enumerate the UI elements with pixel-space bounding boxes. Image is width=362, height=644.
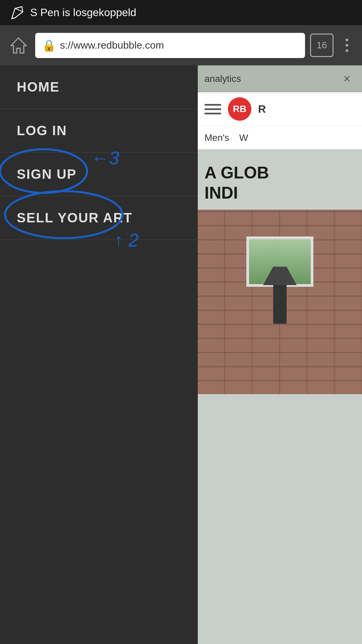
wall-lamp	[273, 283, 287, 324]
sidebar-home-label: HOME	[17, 79, 60, 95]
sidebar-item-signup[interactable]: SIGN UP	[0, 153, 198, 196]
sidebar-drawer: HOME LOG IN SIGN UP SELL YOUR ART ←3 ↑ 2	[0, 65, 198, 644]
rb-nav: Men's W	[198, 126, 362, 149]
browser-menu-button[interactable]	[339, 34, 355, 57]
s-pen-icon	[10, 5, 25, 20]
right-panel: analytics × RB R Men's W A GLOB	[198, 65, 362, 644]
browser-bar: 🔒 s://www.redbubble.com 16	[0, 25, 362, 65]
rb-header: RB R	[198, 92, 362, 126]
tab-bar: analytics ×	[198, 65, 362, 92]
hero-text-area: A GLOB INDI	[198, 149, 362, 210]
status-bar-text: S Pen is losgekoppeld	[30, 6, 136, 19]
tab-close-button[interactable]: ×	[339, 70, 355, 87]
close-icon: ×	[343, 72, 350, 86]
svg-marker-3	[11, 38, 26, 53]
sidebar-item-sell[interactable]: SELL YOUR ART	[0, 196, 198, 240]
hero-title-text1: A GLOB	[204, 163, 269, 182]
bottom-hero-image	[198, 210, 362, 394]
status-bar: S Pen is losgekoppeld	[0, 0, 362, 25]
lock-icon: 🔒	[42, 39, 56, 52]
rb-logo-text: RB	[233, 104, 246, 114]
hamburger-menu-icon[interactable]	[204, 104, 221, 114]
hero-title-text2: INDI	[204, 183, 238, 202]
nav-item-w[interactable]: W	[239, 132, 248, 143]
sidebar-login-label: LOG IN	[17, 123, 67, 138]
url-text: s://www.redbubble.com	[60, 40, 164, 51]
sidebar-item-login[interactable]: LOG IN	[0, 109, 198, 153]
sidebar-signup-label: SIGN UP	[17, 167, 76, 182]
hero-title-line1: A GLOB INDI	[204, 163, 355, 203]
svg-marker-0	[12, 7, 23, 18]
main-layout: HOME LOG IN SIGN UP SELL YOUR ART ←3 ↑ 2	[0, 65, 362, 644]
tab-count: 16	[316, 40, 327, 51]
url-bar[interactable]: 🔒 s://www.redbubble.com	[35, 33, 305, 58]
tab-label: analytics	[204, 73, 335, 84]
svg-line-1	[15, 8, 23, 12]
rb-logo: RB	[228, 97, 251, 121]
sidebar-sell-label: SELL YOUR ART	[17, 210, 132, 225]
tab-count-button[interactable]: 16	[310, 34, 334, 57]
nav-item-mens[interactable]: Men's	[204, 132, 229, 143]
rb-brand-name: R	[258, 103, 266, 115]
home-button[interactable]	[7, 34, 30, 57]
sidebar-item-home[interactable]: HOME	[0, 65, 198, 109]
